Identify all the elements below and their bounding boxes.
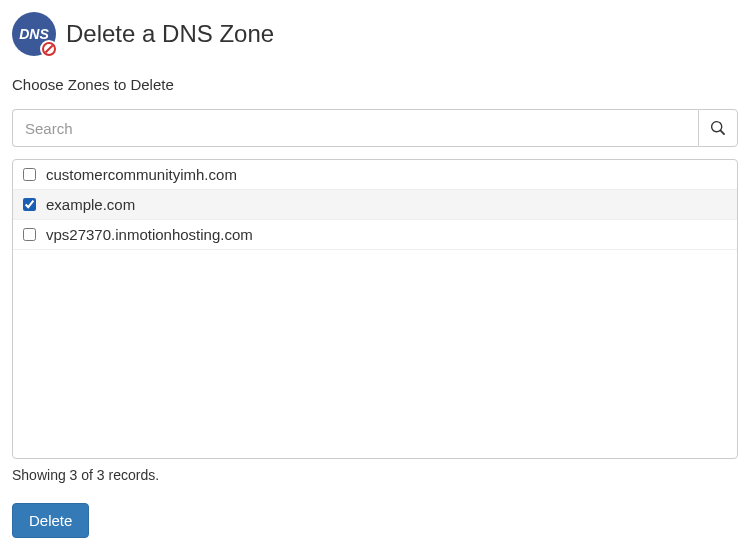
subtitle: Choose Zones to Delete <box>12 76 738 93</box>
zone-checkbox[interactable] <box>23 198 36 211</box>
zone-row[interactable]: vps27370.inmotionhosting.com <box>13 220 737 250</box>
zone-row[interactable]: example.com <box>13 190 737 220</box>
page-title: Delete a DNS Zone <box>66 20 274 48</box>
record-count: Showing 3 of 3 records. <box>12 467 738 483</box>
search-input[interactable] <box>12 109 698 147</box>
zone-checkbox[interactable] <box>23 228 36 241</box>
dns-delete-icon: DNS <box>12 12 56 56</box>
zone-name: example.com <box>46 196 135 213</box>
zone-list[interactable]: customercommunityimh.comexample.comvps27… <box>12 159 738 459</box>
zone-row[interactable]: customercommunityimh.com <box>13 160 737 190</box>
zone-name: vps27370.inmotionhosting.com <box>46 226 253 243</box>
delete-button[interactable]: Delete <box>12 503 89 538</box>
search-button[interactable] <box>698 109 738 147</box>
zone-checkbox[interactable] <box>23 168 36 181</box>
forbidden-overlay-icon <box>40 40 58 58</box>
search-icon <box>711 121 725 135</box>
zone-name: customercommunityimh.com <box>46 166 237 183</box>
